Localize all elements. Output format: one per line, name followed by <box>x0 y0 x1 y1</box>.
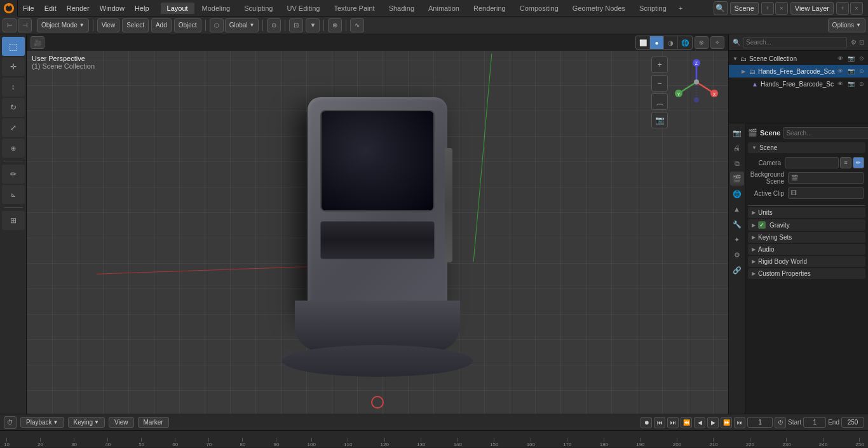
step-back-button[interactable]: ◀ <box>694 417 705 428</box>
object-mode-dropdown[interactable]: Object Mode ▼ <box>37 18 89 32</box>
menu-file[interactable]: File <box>18 0 39 17</box>
snap-settings-button[interactable]: ▼ <box>306 18 320 32</box>
move-tool-button[interactable]: ↕ <box>2 78 25 97</box>
solid-shading-button[interactable]: ● <box>650 36 664 49</box>
rotate-tool-button[interactable]: ↻ <box>2 98 25 117</box>
restriction-toggle-1[interactable]: 👁 <box>837 55 843 62</box>
restriction-toggle-3[interactable]: ⊙ <box>859 55 864 62</box>
search-button[interactable]: 🔍 <box>714 1 728 15</box>
view-menu-button-timeline[interactable]: View <box>109 417 134 428</box>
object-props-icon[interactable]: ▲ <box>730 202 744 216</box>
frame-end-input[interactable] <box>841 417 864 428</box>
camera-view-button[interactable]: 📷 <box>651 112 668 128</box>
marker-menu-button[interactable]: Marker <box>138 417 169 428</box>
tab-animation[interactable]: Animation <box>422 3 466 14</box>
record-button[interactable]: ⏺ <box>641 417 652 428</box>
viewport-gizmo[interactable]: Z X Y <box>671 57 722 107</box>
wireframe-shading-button[interactable]: ⬜ <box>636 36 650 49</box>
gravity-section-header[interactable]: ▶ ✓ Gravity <box>748 219 865 231</box>
jump-back-button[interactable]: ⏪ <box>681 417 692 428</box>
scale-tool-button[interactable]: ⤢ <box>2 118 25 137</box>
menu-edit[interactable]: Edit <box>39 0 62 17</box>
scene-props-icon[interactable]: 🎬 <box>730 172 744 186</box>
play-button[interactable]: ▶ <box>707 417 719 428</box>
mesh-camera-icon[interactable]: 📷 <box>848 81 855 87</box>
jump-to-start-button[interactable]: ⏮ <box>654 417 665 428</box>
outliner-options-icon[interactable]: ⊡ <box>859 39 864 46</box>
tab-rendering[interactable]: Rendering <box>467 3 512 14</box>
current-frame-input[interactable] <box>747 417 773 428</box>
scanner-camera-icon[interactable]: 📷 <box>848 68 855 74</box>
scene-delete-button[interactable]: × <box>775 2 788 15</box>
units-section-header[interactable]: ▶ Units <box>748 207 865 218</box>
add-workspace-button[interactable]: + <box>674 3 687 14</box>
render-props-icon[interactable]: 📷 <box>730 126 744 140</box>
tab-uv-editing[interactable]: UV Editing <box>280 3 326 14</box>
scene-name-field[interactable]: Scene <box>730 2 759 15</box>
options-button[interactable]: Options ▼ <box>828 18 865 32</box>
sidebar-toggle-button[interactable]: ⊣ <box>18 18 32 32</box>
audio-section-header[interactable]: ▶ Audio <box>748 244 865 255</box>
tab-scripting[interactable]: Scripting <box>633 3 673 14</box>
proportional-editing-toggle[interactable]: ⊗ <box>328 18 342 32</box>
scanner-render-icon[interactable]: ⊙ <box>859 68 864 74</box>
modifier-props-icon[interactable]: 🔧 <box>730 217 744 231</box>
outliner-filter-icon[interactable]: ⚙ <box>851 39 857 46</box>
view-layer-props-icon[interactable]: ⧉ <box>730 156 744 170</box>
fps-indicator[interactable]: ⏱ <box>775 417 786 428</box>
outliner-search-input[interactable] <box>743 37 847 48</box>
view-layer-delete-button[interactable]: × <box>850 2 863 15</box>
object-menu-button[interactable]: Object <box>174 18 201 32</box>
outliner-row-collection[interactable]: ▼ 🗂 Scene Collection 👁 📷 ⊙ <box>729 52 868 65</box>
annotate-tool-button[interactable]: ✏ <box>2 165 25 184</box>
zoom-out-button[interactable]: − <box>651 75 668 92</box>
output-props-icon[interactable]: 🖨 <box>730 141 744 155</box>
outliner-row-scanner-mesh[interactable]: ▲ Hands_Free_Barcode_Sc 👁 📷 ⊙ <box>729 78 868 90</box>
transform-orientation-dropdown[interactable]: Global ▼ <box>225 18 259 32</box>
outliner-search-icon[interactable]: 🔍 <box>733 39 740 46</box>
camera-value-field[interactable] <box>785 157 839 168</box>
pivot-point-button[interactable]: ⊙ <box>267 18 281 32</box>
measure-tool-button[interactable]: ⊾ <box>2 185 25 204</box>
tools-toggle-button[interactable]: ⊢ <box>3 18 17 32</box>
scene-section-header[interactable]: ▼ Scene <box>748 142 865 153</box>
rigid-body-world-header[interactable]: ▶ Rigid Body World <box>748 256 865 267</box>
tab-texture-paint[interactable]: Texture Paint <box>327 3 381 14</box>
camera-edit-icon[interactable]: ✏ <box>853 157 864 168</box>
add-menu-button[interactable]: Add <box>151 18 172 32</box>
add-cube-button[interactable]: ⊞ <box>2 211 25 230</box>
view-menu-button[interactable]: View <box>97 18 120 32</box>
physics-props-icon[interactable]: ⚙ <box>730 248 744 262</box>
mesh-render-icon[interactable]: ⊙ <box>859 81 864 87</box>
tab-sculpting[interactable]: Sculpting <box>238 3 279 14</box>
timeline-type-icon[interactable]: ⏱ <box>4 416 17 429</box>
mesh-eye-icon[interactable]: 👁 <box>837 81 843 87</box>
playback-menu-button[interactable]: Playback ▼ <box>20 417 64 428</box>
particles-props-icon[interactable]: ✦ <box>730 233 744 247</box>
gizmos-button[interactable]: ✧ <box>710 36 724 49</box>
tab-shading[interactable]: Shading <box>383 3 421 14</box>
scanner-eye-icon[interactable]: 👁 <box>837 68 843 74</box>
viewport-type-button[interactable]: 🎥 <box>31 36 44 49</box>
snapping-toggle[interactable]: ⊡ <box>289 18 303 32</box>
step-forward-button[interactable]: ⏩ <box>721 417 732 428</box>
keying-sets-header[interactable]: ▶ Keying Sets <box>748 232 865 243</box>
select-menu-button[interactable]: Select <box>122 18 149 32</box>
menu-render[interactable]: Render <box>62 0 95 17</box>
gravity-checkbox[interactable]: ✓ <box>758 221 766 229</box>
properties-search-input[interactable] <box>783 127 868 139</box>
view-layer-new-button[interactable]: + <box>836 2 849 15</box>
view-layer-field[interactable]: View Layer <box>790 2 834 15</box>
prev-keyframe-button[interactable]: ⏭ <box>667 417 679 428</box>
background-scene-value[interactable]: 🎬 <box>788 172 864 184</box>
world-props-icon[interactable]: 🌐 <box>730 187 744 201</box>
auto-merge-toggle[interactable]: ∿ <box>350 18 364 32</box>
cursor-tool-button[interactable]: ✛ <box>2 57 25 76</box>
frame-start-input[interactable] <box>803 417 826 428</box>
transform-tool-button[interactable]: ⊕ <box>2 139 25 158</box>
outliner-row-scanner-collection[interactable]: ▶ 🗂 Hands_Free_Barcode_Scanne 👁 📷 ⊙ <box>729 65 868 78</box>
timeline-ruler[interactable]: 10 20 30 40 50 60 <box>0 431 868 447</box>
tab-compositing[interactable]: Compositing <box>513 3 565 14</box>
menu-help[interactable]: Help <box>130 0 154 17</box>
camera-browse-icon[interactable]: ≡ <box>840 157 851 168</box>
